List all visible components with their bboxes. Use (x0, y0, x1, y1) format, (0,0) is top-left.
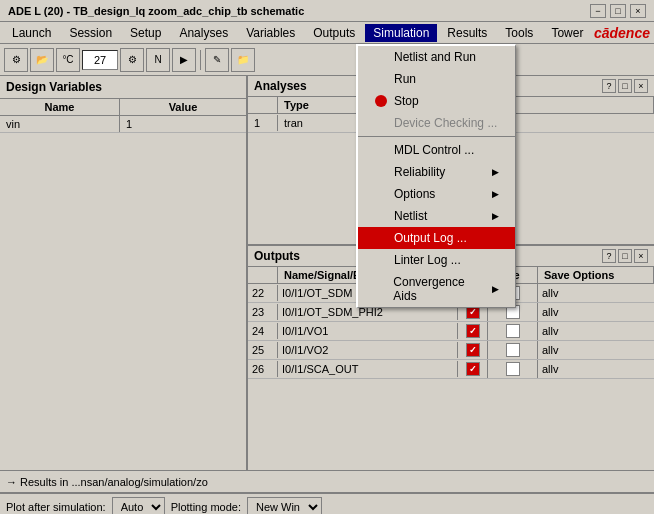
out-saveopt-22: allv (538, 285, 654, 301)
simulation-dropdown-menu: Netlist and Run Run Stop Device Checking… (356, 44, 516, 308)
window-title: ADE L (20) - TB_design_lq zoom_adc_chip_… (8, 5, 304, 17)
oth-num (248, 267, 278, 283)
menu-results[interactable]: Results (439, 24, 495, 42)
menu-item-netlist[interactable]: Netlist (358, 205, 515, 227)
out-saveopt-26: allv (538, 361, 654, 377)
close-button[interactable]: × (630, 4, 646, 18)
out-saveopt-24: allv (538, 323, 654, 339)
menu-item-linter-log[interactable]: Linter Log ... (358, 249, 515, 271)
col-value-header: Value (120, 99, 246, 115)
menu-analyses[interactable]: Analyses (171, 24, 236, 42)
minimize-button[interactable]: − (590, 4, 606, 18)
temp-input[interactable] (82, 50, 118, 70)
netlist-run-label: Netlist and Run (394, 50, 476, 64)
save-checkbox-24[interactable] (506, 324, 520, 338)
plot-checkbox-24[interactable]: ✓ (466, 324, 480, 338)
menu-item-run[interactable]: Run (358, 68, 515, 90)
outputs-help-btn[interactable]: ? (602, 249, 616, 263)
toolbar-btn-2[interactable]: 📂 (30, 48, 54, 72)
out-num-25: 25 (248, 342, 278, 358)
menu-item-options[interactable]: Options (358, 183, 515, 205)
toolbar: ⚙ 📂 °C ⚙ N ▶ ✎ 📁 (0, 44, 654, 76)
variable-row-vin[interactable]: vin 1 (0, 116, 246, 133)
device-checking-icon (374, 116, 388, 130)
th-type: Type (278, 97, 358, 113)
plot-checkbox-26[interactable]: ✓ (466, 362, 480, 376)
out-save-26[interactable] (488, 360, 538, 378)
options-icon (374, 187, 388, 201)
outputs-close-btn[interactable]: × (634, 249, 648, 263)
results-text: → Results in ...nsan/analog/simulation/z… (6, 476, 208, 488)
window-controls: − □ × (590, 4, 646, 18)
device-checking-label: Device Checking ... (394, 116, 497, 130)
convergence-label: Convergence Aids (393, 275, 486, 303)
toolbar-btn-open[interactable]: 📁 (231, 48, 255, 72)
out-save-25[interactable] (488, 341, 538, 359)
out-num-22: 22 (248, 285, 278, 301)
run-icon (374, 72, 388, 86)
menu-item-reliability[interactable]: Reliability (358, 161, 515, 183)
out-name-24: I0/I1/VO1 (278, 323, 458, 339)
plot-checkbox-25[interactable]: ✓ (466, 343, 480, 357)
output-row-25[interactable]: 25 I0/I1/VO2 ✓ allv (248, 341, 654, 360)
plotting-mode-label: Plotting mode: (171, 501, 241, 513)
out-num-26: 26 (248, 361, 278, 377)
analyses-row-type: tran (278, 115, 358, 131)
menu-session[interactable]: Session (61, 24, 120, 42)
analyses-row-num: 1 (248, 115, 278, 131)
oth-saveopts: Save Options (538, 267, 654, 283)
outputs-title: Outputs (254, 249, 300, 263)
menu-item-output-log[interactable]: Output Log ... (358, 227, 515, 249)
toolbar-btn-run[interactable]: ▶ (172, 48, 196, 72)
toolbar-btn-edit[interactable]: ✎ (205, 48, 229, 72)
out-name-26: I0/I1/SCA_OUT (278, 361, 458, 377)
menu-item-convergence[interactable]: Convergence Aids (358, 271, 515, 307)
maximize-button[interactable]: □ (610, 4, 626, 18)
stop-icon (374, 94, 388, 108)
plot-after-select[interactable]: Auto (112, 497, 165, 514)
menu-item-stop[interactable]: Stop (358, 90, 515, 112)
convergence-icon (374, 282, 387, 296)
output-row-24[interactable]: 24 I0/I1/VO1 ✓ allv (248, 322, 654, 341)
toolbar-btn-netlist[interactable]: N (146, 48, 170, 72)
toolbar-sep-1 (200, 50, 201, 70)
analyses-close-btn[interactable]: × (634, 79, 648, 93)
reliability-label: Reliability (394, 165, 445, 179)
menu-item-mdl[interactable]: MDL Control ... (358, 139, 515, 161)
toolbar-btn-1[interactable]: ⚙ (4, 48, 28, 72)
out-save-24[interactable] (488, 322, 538, 340)
outputs-max-btn[interactable]: □ (618, 249, 632, 263)
out-saveopt-25: allv (538, 342, 654, 358)
menu-launch[interactable]: Launch (4, 24, 59, 42)
run-label: Run (394, 72, 416, 86)
output-row-26[interactable]: 26 I0/I1/SCA_OUT ✓ allv (248, 360, 654, 379)
menu-tools[interactable]: Tools (497, 24, 541, 42)
design-variables-panel: Design Variables Name Value vin 1 (0, 76, 248, 470)
cadence-logo: cādence (594, 25, 650, 41)
th-num (248, 97, 278, 113)
analyses-help-btn[interactable]: ? (602, 79, 616, 93)
plot-after-label: Plot after simulation: (6, 501, 106, 513)
menu-simulation[interactable]: Simulation (365, 24, 437, 42)
toolbar-temp-icon: °C (56, 48, 80, 72)
netlist-label: Netlist (394, 209, 427, 223)
title-bar: ADE L (20) - TB_design_lq zoom_adc_chip_… (0, 0, 654, 22)
analyses-max-btn[interactable]: □ (618, 79, 632, 93)
reliability-icon (374, 165, 388, 179)
menu-outputs[interactable]: Outputs (305, 24, 363, 42)
menu-item-netlist-run[interactable]: Netlist and Run (358, 46, 515, 68)
save-checkbox-26[interactable] (506, 362, 520, 376)
menu-item-device-checking: Device Checking ... (358, 112, 515, 134)
out-plot-26[interactable]: ✓ (458, 360, 488, 378)
menu-tower[interactable]: Tower (543, 24, 591, 42)
out-plot-25[interactable]: ✓ (458, 341, 488, 359)
mdl-icon (374, 143, 388, 157)
menu-setup[interactable]: Setup (122, 24, 169, 42)
toolbar-btn-3[interactable]: ⚙ (120, 48, 144, 72)
out-name-25: I0/I1/VO2 (278, 342, 458, 358)
menu-variables[interactable]: Variables (238, 24, 303, 42)
out-plot-24[interactable]: ✓ (458, 322, 488, 340)
plotting-mode-select[interactable]: New Win (247, 497, 322, 514)
main-content: Design Variables Name Value vin 1 Analys… (0, 76, 654, 470)
save-checkbox-25[interactable] (506, 343, 520, 357)
